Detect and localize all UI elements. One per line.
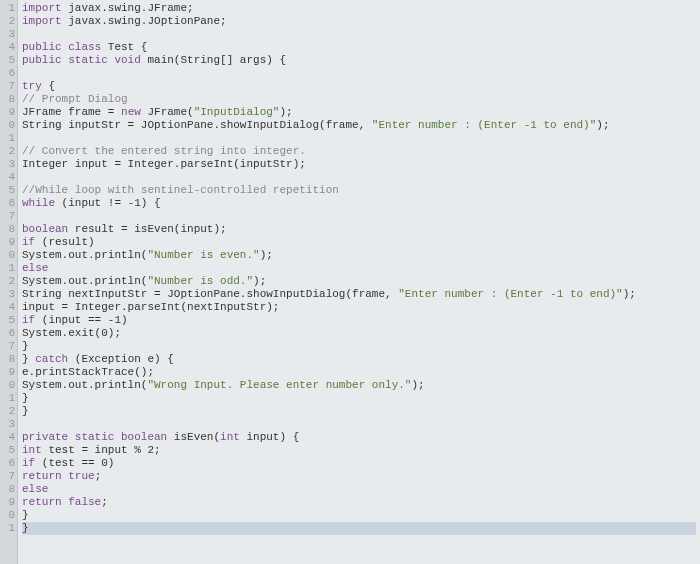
line-number: 9 xyxy=(6,106,15,119)
code-line[interactable]: public class Test { xyxy=(22,41,696,54)
code-line[interactable]: if (result) xyxy=(22,236,696,249)
code-line[interactable]: try { xyxy=(22,80,696,93)
code-line[interactable]: // Prompt Dialog xyxy=(22,93,696,106)
line-number: 9 xyxy=(6,236,15,249)
code-line[interactable]: } xyxy=(22,392,696,405)
code-line[interactable]: public static void main(String[] args) { xyxy=(22,54,696,67)
code-editor[interactable]: 1234567890123456789012345678901234567890… xyxy=(0,0,700,564)
code-line[interactable]: while (input != -1) { xyxy=(22,197,696,210)
code-line[interactable]: if (test == 0) xyxy=(22,457,696,470)
code-line[interactable]: else xyxy=(22,262,696,275)
line-number: 8 xyxy=(6,223,15,236)
line-number: 1 xyxy=(6,522,15,535)
line-number: 7 xyxy=(6,80,15,93)
line-number: 1 xyxy=(6,262,15,275)
code-line[interactable]: JFrame frame = new JFrame("InputDialog")… xyxy=(22,106,696,119)
line-number: 4 xyxy=(6,41,15,54)
line-number: 2 xyxy=(6,15,15,28)
line-number: 1 xyxy=(6,392,15,405)
line-number: 5 xyxy=(6,444,15,457)
line-number: 2 xyxy=(6,405,15,418)
line-number: 5 xyxy=(6,184,15,197)
code-line[interactable]: // Convert the entered string into integ… xyxy=(22,145,696,158)
code-line[interactable] xyxy=(22,132,696,145)
line-gutter: 1234567890123456789012345678901234567890… xyxy=(0,0,18,564)
code-line[interactable]: String inputStr = JOptionPane.showInputD… xyxy=(22,119,696,132)
code-line[interactable]: private static boolean isEven(int input)… xyxy=(22,431,696,444)
code-line[interactable]: input = Integer.parseInt(nextInputStr); xyxy=(22,301,696,314)
line-number: 3 xyxy=(6,158,15,171)
code-line[interactable]: System.exit(0); xyxy=(22,327,696,340)
line-number: 8 xyxy=(6,353,15,366)
line-number: 2 xyxy=(6,275,15,288)
code-line[interactable]: return false; xyxy=(22,496,696,509)
code-line[interactable]: String nextInputStr = JOptionPane.showIn… xyxy=(22,288,696,301)
line-number: 1 xyxy=(6,132,15,145)
line-number: 2 xyxy=(6,145,15,158)
code-area[interactable]: import javax.swing.JFrame;import javax.s… xyxy=(18,0,700,564)
code-line[interactable]: return true; xyxy=(22,470,696,483)
code-line[interactable]: } xyxy=(22,522,696,535)
line-number: 0 xyxy=(6,509,15,522)
line-number: 6 xyxy=(6,197,15,210)
code-line[interactable]: } catch (Exception e) { xyxy=(22,353,696,366)
line-number: 3 xyxy=(6,28,15,41)
line-number: 5 xyxy=(6,54,15,67)
code-line[interactable]: e.printStackTrace(); xyxy=(22,366,696,379)
code-line[interactable] xyxy=(22,418,696,431)
line-number: 4 xyxy=(6,301,15,314)
line-number: 9 xyxy=(6,496,15,509)
code-line[interactable]: import javax.swing.JOptionPane; xyxy=(22,15,696,28)
line-number: 0 xyxy=(6,379,15,392)
line-number: 8 xyxy=(6,483,15,496)
code-line[interactable]: int test = input % 2; xyxy=(22,444,696,457)
code-line[interactable]: Integer input = Integer.parseInt(inputSt… xyxy=(22,158,696,171)
line-number: 3 xyxy=(6,288,15,301)
line-number: 0 xyxy=(6,249,15,262)
code-line[interactable] xyxy=(22,171,696,184)
line-number: 7 xyxy=(6,210,15,223)
code-line[interactable]: //While loop with sentinel-controlled re… xyxy=(22,184,696,197)
line-number: 4 xyxy=(6,171,15,184)
line-number: 6 xyxy=(6,327,15,340)
code-line[interactable]: } xyxy=(22,405,696,418)
code-line[interactable] xyxy=(22,28,696,41)
line-number: 8 xyxy=(6,93,15,106)
line-number: 3 xyxy=(6,418,15,431)
code-line[interactable] xyxy=(22,67,696,80)
code-line[interactable] xyxy=(22,210,696,223)
code-line[interactable]: } xyxy=(22,340,696,353)
line-number: 7 xyxy=(6,340,15,353)
code-line[interactable]: System.out.println("Number is odd."); xyxy=(22,275,696,288)
code-line[interactable]: else xyxy=(22,483,696,496)
code-line[interactable]: System.out.println("Number is even."); xyxy=(22,249,696,262)
code-line[interactable]: System.out.println("Wrong Input. Please … xyxy=(22,379,696,392)
line-number: 6 xyxy=(6,457,15,470)
line-number: 5 xyxy=(6,314,15,327)
line-number: 6 xyxy=(6,67,15,80)
line-number: 0 xyxy=(6,119,15,132)
code-line[interactable]: boolean result = isEven(input); xyxy=(22,223,696,236)
code-line[interactable]: if (input == -1) xyxy=(22,314,696,327)
line-number: 1 xyxy=(6,2,15,15)
line-number: 4 xyxy=(6,431,15,444)
line-number: 7 xyxy=(6,470,15,483)
code-line[interactable]: import javax.swing.JFrame; xyxy=(22,2,696,15)
code-line[interactable]: } xyxy=(22,509,696,522)
line-number: 9 xyxy=(6,366,15,379)
